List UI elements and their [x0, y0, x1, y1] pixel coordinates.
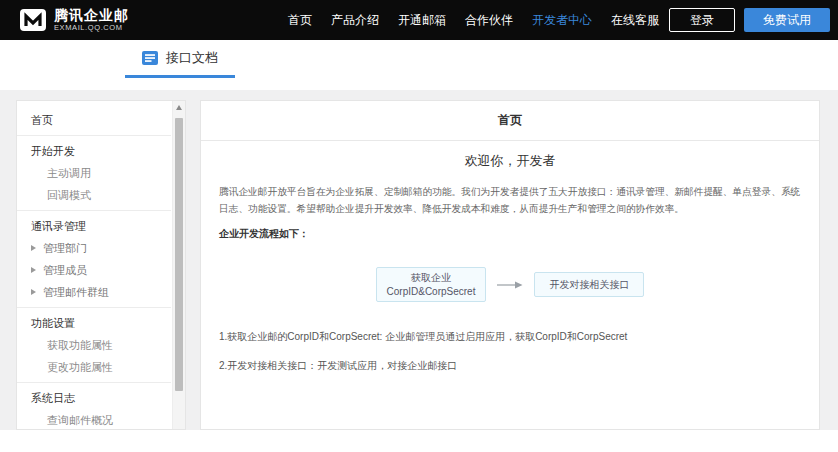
sidebar-scrollbar[interactable] — [172, 101, 185, 429]
free-trial-button[interactable]: 免费试用 — [744, 8, 830, 32]
flow-step1-line1: 获取企业 — [377, 271, 486, 285]
content-background: 首页 开始开发 主动调用 回调模式 通讯录管理 管理部门 管理成员 管理邮件群组 — [0, 90, 838, 430]
welcome-heading: 欢迎你，开发者 — [201, 152, 819, 170]
flow-heading: 企业开发流程如下： — [219, 227, 819, 241]
sidebar-menu: 首页 开始开发 主动调用 回调模式 通讯录管理 管理部门 管理成员 管理邮件群组 — [17, 101, 185, 431]
exmail-envelope-icon — [20, 9, 46, 31]
chevron-right-icon — [31, 289, 36, 295]
nav-item-partners[interactable]: 合作伙伴 — [465, 12, 513, 29]
top-navbar: 腾讯企业邮 EXMAIL.QQ.COM 首页 产品介绍 开通邮箱 合作伙伴 开发… — [0, 0, 838, 40]
sidebar-item-query-mail-overview[interactable]: 查询邮件概况 — [17, 409, 171, 431]
sidebar-divider — [17, 210, 171, 211]
sidebar-item-manage-mail-groups[interactable]: 管理邮件群组 — [17, 281, 171, 303]
nav-item-open-mailbox[interactable]: 开通邮箱 — [398, 12, 446, 29]
step-description-2: 2.开发对接相关接口：开发测试应用，对接企业邮接口 — [219, 359, 819, 373]
flow-step-develop-api: 开发对接相关接口 — [534, 272, 644, 297]
exmail-logo[interactable]: 腾讯企业邮 EXMAIL.QQ.COM — [20, 8, 129, 32]
flow-diagram: 获取企业 CorpID&CorpSecret 开发对接相关接口 — [201, 267, 819, 302]
sidebar-item-manage-departments[interactable]: 管理部门 — [17, 237, 171, 259]
chevron-right-icon — [31, 267, 36, 273]
intro-paragraph: 腾讯企业邮开放平台旨在为企业拓展、定制邮箱的功能。我们为开发者提供了五大开放接口… — [219, 183, 803, 217]
flow-step-get-corpid: 获取企业 CorpID&CorpSecret — [376, 267, 487, 302]
page: 腾讯企业邮 EXMAIL.QQ.COM 首页 产品介绍 开通邮箱 合作伙伴 开发… — [0, 0, 838, 452]
sidebar-item-label: 管理邮件群组 — [43, 285, 109, 300]
flow-step1-line2: CorpID&CorpSecret — [377, 285, 486, 299]
sidebar-item-contacts-management[interactable]: 通讯录管理 — [17, 215, 171, 237]
sidebar-divider — [17, 307, 171, 308]
sidebar-item-feature-settings[interactable]: 功能设置 — [17, 312, 171, 334]
sidebar-item-home[interactable]: 首页 — [17, 109, 171, 131]
main-content: 首页 欢迎你，开发者 腾讯企业邮开放平台旨在为企业拓展、定制邮箱的功能。我们为开… — [200, 100, 820, 430]
sidebar-item-system-logs[interactable]: 系统日志 — [17, 387, 171, 409]
flow-arrow-icon — [497, 280, 523, 290]
sidebar-item-active-call[interactable]: 主动调用 — [17, 162, 171, 184]
scrollbar-thumb[interactable] — [175, 118, 183, 391]
sidebar-item-callback-mode[interactable]: 回调模式 — [17, 184, 171, 206]
main-nav: 首页 产品介绍 开通邮箱 合作伙伴 开发者中心 在线客服 — [288, 0, 659, 40]
nav-item-product-intro[interactable]: 产品介绍 — [331, 12, 379, 29]
tab-label: 接口文档 — [166, 49, 218, 67]
logo-subtitle: EXMAIL.QQ.COM — [54, 23, 129, 32]
sidebar-divider — [17, 135, 171, 136]
sidebar-divider — [17, 382, 171, 383]
logo-title: 腾讯企业邮 — [54, 8, 129, 23]
logo-text: 腾讯企业邮 EXMAIL.QQ.COM — [54, 8, 129, 32]
sidebar-item-get-feature-attributes[interactable]: 获取功能属性 — [17, 334, 171, 356]
page-title: 首页 — [201, 101, 819, 141]
sidebar: 首页 开始开发 主动调用 回调模式 通讯录管理 管理部门 管理成员 管理邮件群组 — [16, 100, 186, 430]
scroll-up-icon[interactable] — [176, 105, 182, 110]
sidebar-item-label: 管理成员 — [43, 263, 87, 278]
sidebar-item-getting-started[interactable]: 开始开发 — [17, 140, 171, 162]
login-button[interactable]: 登录 — [669, 8, 735, 32]
sidebar-item-update-feature-attributes[interactable]: 更改功能属性 — [17, 356, 171, 378]
nav-item-online-support[interactable]: 在线客服 — [611, 12, 659, 29]
sidebar-item-manage-members[interactable]: 管理成员 — [17, 259, 171, 281]
document-icon — [142, 51, 158, 65]
sidebar-item-label: 管理部门 — [43, 241, 87, 256]
nav-item-developer-center[interactable]: 开发者中心 — [532, 12, 592, 29]
tab-api-docs[interactable]: 接口文档 — [125, 40, 235, 78]
nav-item-home[interactable]: 首页 — [288, 12, 312, 29]
chevron-right-icon — [31, 245, 36, 251]
step-description-1: 1.获取企业邮的CorpID和CorpSecret: 企业邮管理员通过启用应用，… — [219, 330, 819, 344]
tab-bar: 接口文档 — [0, 40, 838, 90]
